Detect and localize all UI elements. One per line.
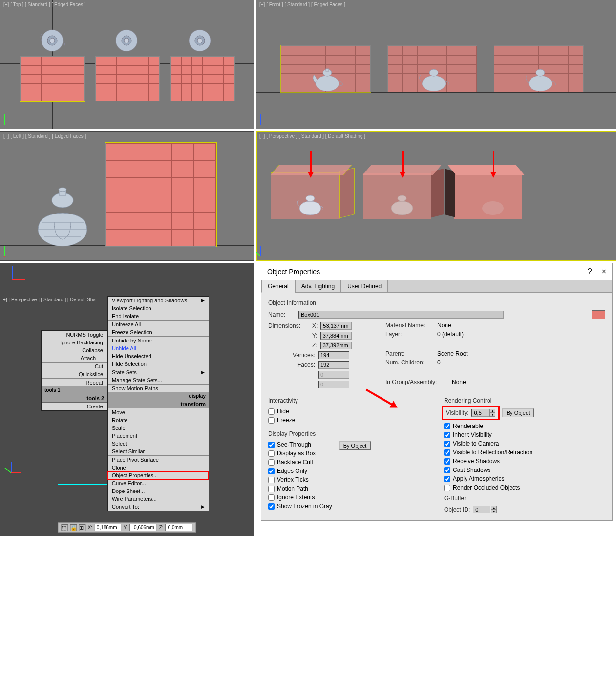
menu-item[interactable]: Show Motion Paths — [108, 385, 209, 392]
menu-item[interactable]: Move — [108, 408, 209, 416]
absolute-mode-icon[interactable]: ⊞ — [79, 524, 85, 531]
dim-y: 37,884mm — [320, 332, 352, 340]
menu-item[interactable]: Scale — [108, 424, 209, 432]
vertex-ticks-checkbox[interactable]: Vertex Ticks — [268, 476, 332, 483]
menu-item[interactable]: Unhide All — [108, 344, 209, 352]
y-input[interactable]: -0,606mm — [130, 524, 157, 531]
menu-item[interactable]: Hide Unselected — [108, 352, 209, 360]
menu-item[interactable]: Convert To: — [108, 503, 209, 511]
menu-item-create[interactable]: Create — [42, 403, 107, 410]
menu-item[interactable]: Ignore Backfacing — [42, 339, 107, 346]
menu-item[interactable]: Unfreeze All — [108, 321, 209, 328]
spinner-down-icon[interactable]: ▼ — [491, 510, 497, 513]
selection-lock-icon[interactable]: ⬚ — [61, 524, 68, 531]
name-field[interactable]: Box001 — [298, 311, 504, 319]
box-object[interactable] — [170, 56, 235, 101]
context-menu[interactable]: NURMS Toggle Ignore Backfacing Collapse … — [41, 330, 209, 511]
transform-type-in[interactable]: ⬚ 🔒 ⊞ X: 0,186mm Y: -0,606mm Z: 0,0mm — [58, 522, 196, 533]
menu-item[interactable]: Dope Sheet... — [108, 487, 209, 495]
menu-item[interactable]: Clone — [108, 464, 209, 471]
teapot-wire-icon — [113, 27, 140, 54]
spinner-up-icon[interactable]: ▲ — [489, 409, 495, 413]
viewport-front[interactable]: [+] [ Front ] [ Standard ] [ Edged Faces… — [256, 0, 616, 129]
box-object[interactable] — [95, 56, 160, 101]
menu-item[interactable]: State Sets — [108, 368, 209, 376]
menu-item[interactable]: Viewport Lighting and Shadows — [108, 297, 209, 304]
visible-to-reflection-checkbox[interactable]: Visible to Reflection/Refraction — [444, 449, 605, 456]
render-occluded-checkbox[interactable]: Render Occluded Objects — [444, 484, 605, 491]
hide-checkbox[interactable]: Hide — [268, 408, 429, 415]
viewport-top[interactable]: [+] [ Top ] [ Standard ] [ Edged Faces ] — [0, 0, 254, 129]
visibility-control[interactable]: Visibility: 0,5 ▲▼ — [444, 408, 497, 418]
tab-user-defined[interactable]: User Defined — [341, 280, 388, 292]
freeze-checkbox[interactable]: Freeze — [268, 417, 429, 424]
menu-item[interactable]: Cut — [42, 363, 107, 370]
by-object-button[interactable]: By Object — [339, 441, 371, 450]
attach-list-icon[interactable] — [98, 356, 103, 361]
menu-item[interactable]: Hide Selection — [108, 360, 209, 368]
object-id-input[interactable]: 0 — [473, 506, 490, 513]
edges-only-checkbox[interactable]: Edges Only — [268, 468, 332, 474]
menu-item[interactable]: Place Pivot Surface — [108, 456, 209, 464]
see-through-checkbox[interactable]: See-Through — [268, 441, 332, 448]
receive-shadows-checkbox[interactable]: Receive Shadows — [444, 458, 605, 465]
spinner-down-icon[interactable]: ▼ — [489, 413, 495, 417]
context-menu-tools2[interactable]: tools 2 Create — [41, 394, 107, 411]
cast-shadows-checkbox[interactable]: Cast Shadows — [444, 467, 605, 473]
menu-item[interactable]: Freeze Selection — [108, 328, 209, 336]
by-object-button[interactable]: By Object — [502, 408, 534, 417]
menu-item[interactable]: Quickslice — [42, 370, 107, 378]
menu-item[interactable]: Unhide by Name — [108, 337, 209, 344]
viewport-left-label[interactable]: [+] [ Left ] [ Standard ] [ Edged Faces … — [3, 133, 86, 139]
viewport-top-label[interactable]: [+] [ Top ] [ Standard ] [ Edged Faces ] — [3, 2, 86, 7]
motion-path-checkbox[interactable]: Motion Path — [268, 485, 332, 492]
backface-cull-checkbox[interactable]: Backface Cull — [268, 459, 332, 466]
viewport-perspective[interactable]: [+] [ Perspective ] [ Standard ] [ Defau… — [256, 131, 616, 261]
menu-item[interactable]: End Isolate — [108, 312, 209, 320]
tab-general[interactable]: General — [261, 280, 295, 293]
renderable-checkbox[interactable]: Renderable — [444, 423, 605, 429]
box-object[interactable] — [20, 56, 85, 101]
apply-atmospherics-checkbox[interactable]: Apply Atmospherics — [444, 475, 605, 482]
visible-to-camera-checkbox[interactable]: Visible to Camera — [444, 440, 605, 447]
svg-point-25 — [391, 201, 413, 215]
viewport-persp-label[interactable]: [+] [ Perspective ] [ Standard ] [ Defau… — [259, 133, 365, 139]
menu-item[interactable]: Rotate — [108, 416, 209, 424]
context-menu-display[interactable]: Viewport Lighting and ShadowsIsolate Sel… — [107, 296, 209, 400]
visibility-input[interactable]: 0,5 — [471, 409, 489, 417]
tab-adv-lighting[interactable]: Adv. Lighting — [295, 280, 341, 292]
viewport-left[interactable]: [+] [ Left ] [ Standard ] [ Edged Faces … — [0, 131, 254, 261]
menu-item[interactable]: Select Similar — [108, 448, 209, 455]
x-input[interactable]: 0,186mm — [94, 524, 122, 531]
inherit-visibility-checkbox[interactable]: Inherit Visibility — [444, 431, 605, 438]
menu-item[interactable]: Placement — [108, 432, 209, 440]
menu-item[interactable]: Collapse — [42, 346, 107, 354]
spinner-up-icon[interactable]: ▲ — [491, 506, 497, 510]
svg-point-14 — [529, 76, 552, 91]
help-button[interactable]: ? — [588, 267, 592, 276]
viewport-front-label[interactable]: [+] [ Front ] [ Standard ] [ Edged Faces… — [259, 2, 345, 7]
menu-item[interactable]: Select — [108, 440, 209, 448]
viewport-persp2-label[interactable]: +] [ Perspective ] [ Standard ] [ Defaul… — [3, 297, 96, 302]
box-object[interactable] — [105, 143, 216, 247]
viewport-perspective-2[interactable]: +] [ Perspective ] [ Standard ] [ Defaul… — [0, 263, 254, 536]
display-as-box-checkbox[interactable]: Display as Box — [268, 450, 332, 457]
object-properties-dialog[interactable]: Object Properties ? × General Adv. Light… — [261, 263, 613, 521]
show-frozen-gray-checkbox[interactable]: Show Frozen in Gray — [268, 503, 332, 510]
menu-item[interactable]: NURMS Toggle — [42, 331, 107, 339]
menu-item[interactable]: Isolate Selection — [108, 304, 209, 312]
menu-item[interactable]: Object Properties... — [108, 471, 209, 479]
z-input[interactable]: 0,0mm — [166, 524, 193, 531]
menu-item[interactable]: Curve Editor... — [108, 479, 209, 487]
context-menu-tools1[interactable]: NURMS Toggle Ignore Backfacing Collapse … — [41, 330, 107, 394]
context-menu-transform[interactable]: transform MoveRotateScalePlacementSelect… — [107, 400, 209, 511]
menu-item[interactable]: Wire Parameters... — [108, 495, 209, 503]
menu-item[interactable]: Repeat — [42, 379, 107, 386]
color-swatch[interactable] — [592, 310, 605, 319]
menu-item[interactable]: Manage State Sets... — [108, 376, 209, 384]
menu-item[interactable]: Attach — [42, 354, 107, 362]
lock-icon[interactable]: 🔒 — [70, 524, 77, 531]
close-button[interactable]: × — [602, 267, 606, 276]
dialog-title: Object Properties — [267, 268, 320, 276]
ignore-extents-checkbox[interactable]: Ignore Extents — [268, 494, 332, 501]
